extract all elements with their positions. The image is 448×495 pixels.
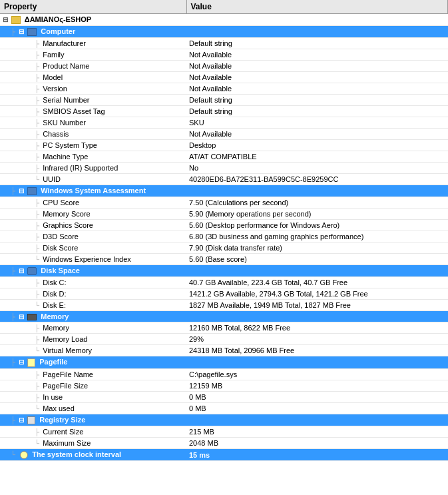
system-info-table: Property Value ⊟ ΔΑΜΙΑΝΟς-ESHOP ├ ⊟ Comp… [0, 0, 448, 461]
section-value-windows-assessment [186, 185, 448, 197]
table-row[interactable]: └ UUID 40280ED6-BA72E311-BA599C5C-8E9259… [0, 174, 448, 185]
table-row[interactable]: ├ Machine Type AT/AT COMPATIBLE [0, 151, 448, 163]
table-row[interactable]: ├ PC System Type Desktop [0, 140, 448, 151]
section-header-registry-size[interactable]: ├ ⊟ Registry Size [0, 414, 448, 426]
value-cell: 1827 MB Available, 1949 MB Total, 1827 M… [186, 300, 448, 311]
table-row[interactable]: ├ PageFile Size 12159 MB [0, 380, 448, 392]
table-row[interactable]: ├ Infrared (IR) Supported No [0, 163, 448, 174]
table-row[interactable]: ├ PageFile Name C:\pagefile.sys [0, 369, 448, 380]
table-row[interactable]: ├ Manufacturer Default string [0, 38, 448, 49]
section-connector: ├ [11, 28, 15, 35]
property-label: D3D Score [43, 233, 79, 241]
row-connector: └ [35, 405, 39, 412]
property-label: PageFile Name [43, 370, 93, 378]
value-cell: 5.90 (Memory operations per second) [186, 209, 448, 220]
table-row[interactable]: ├ Version Not Available [0, 83, 448, 95]
table-row[interactable]: ├ SMBIOS Asset Tag Default string [0, 106, 448, 117]
property-label: Product Name [43, 62, 89, 70]
section-connector: └ [11, 451, 15, 458]
row-connector: ├ [35, 233, 39, 241]
table-row[interactable]: └ Windows Experience Index 5.60 (Base sc… [0, 254, 448, 265]
memory-icon [27, 314, 37, 320]
property-label: Memory [43, 324, 69, 332]
row-connector: ├ [35, 97, 39, 104]
table-row[interactable]: ├ Disk D: 1421.2 GB Available, 2794.3 GB… [0, 288, 448, 300]
row-connector: └ [35, 176, 39, 183]
row-connector: ├ [35, 131, 39, 138]
property-label: Memory Score [43, 210, 91, 218]
section-header-windows-assessment[interactable]: ├ ⊟ Windows System Assessment [0, 185, 448, 197]
table-row[interactable]: ├ SKU Number SKU [0, 117, 448, 129]
value-cell: 40.7 GB Available, 223.4 GB Total, 40.7 … [186, 277, 448, 288]
table-row[interactable]: ├ Memory Load 29% [0, 334, 448, 345]
row-connector: ├ [35, 245, 39, 252]
property-label: Maximum Size [43, 439, 91, 447]
section-header-computer[interactable]: ├ ⊟ Computer [0, 26, 448, 38]
property-label: CPU Score [43, 199, 79, 207]
row-connector: ├ [35, 211, 39, 218]
section-connector: ├ [11, 267, 15, 274]
property-label: Current Size [43, 428, 83, 436]
value-cell: 1421.2 GB Available, 2794.3 GB Total, 14… [186, 288, 448, 300]
value-cell: Default string [186, 95, 448, 106]
table-row[interactable]: ├ In use 0 MB [0, 392, 448, 403]
value-cell: Default string [186, 106, 448, 117]
section-header-system-clock[interactable]: └ The system clock interval 15 ms [0, 449, 448, 461]
clock-icon [20, 451, 28, 459]
table-row[interactable]: └ Virtual Memory 24318 MB Total, 20966 M… [0, 345, 448, 356]
table-row[interactable]: ├ CPU Score 7.50 (Calculations per secon… [0, 197, 448, 209]
table-row[interactable]: ├ Product Name Not Available [0, 61, 448, 72]
value-cell: 12160 MB Total, 8622 MB Free [186, 322, 448, 334]
value-cell: 7.90 (Disk data transfer rate) [186, 243, 448, 254]
row-connector: ├ [35, 382, 39, 390]
root-node[interactable]: ⊟ ΔΑΜΙΑΝΟς-ESHOP [0, 14, 448, 26]
table-row[interactable]: ├ D3D Score 6.80 (3D business and gaming… [0, 231, 448, 243]
property-header: Property [0, 0, 186, 14]
value-cell: 215 MB [186, 426, 448, 438]
section-value-computer [186, 26, 448, 38]
value-cell: Default string [186, 38, 448, 49]
value-cell: Not Available [186, 83, 448, 95]
value-cell: Not Available [186, 72, 448, 83]
value-cell: 2048 MB [186, 438, 448, 449]
value-cell: 5.60 (Base score) [186, 254, 448, 265]
value-cell: 0 MB [186, 403, 448, 414]
section-connector: ├ [11, 416, 15, 424]
property-label: Disk Score [43, 244, 78, 252]
value-cell: 12159 MB [186, 380, 448, 392]
section-expand-icon: ⊟ [19, 358, 24, 366]
table-row[interactable]: ├ Chassis Not Available [0, 129, 448, 140]
table-row[interactable]: └ Maximum Size 2048 MB [0, 438, 448, 449]
property-label: PC System Type [43, 141, 97, 149]
root-folder-icon [11, 16, 21, 24]
property-label: UUID [43, 175, 61, 183]
value-cell: 6.80 (3D business and gaming graphics pe… [186, 231, 448, 243]
row-connector: ├ [35, 142, 39, 149]
table-row[interactable]: ├ Serial Number Default string [0, 95, 448, 106]
monitor-icon [27, 187, 37, 195]
section-expand-icon: ⊟ [19, 416, 24, 424]
table-row[interactable]: ├ Memory 12160 MB Total, 8622 MB Free [0, 322, 448, 334]
table-row[interactable]: └ Max used 0 MB [0, 403, 448, 414]
table-row[interactable]: ├ Current Size 215 MB [0, 426, 448, 438]
table-row[interactable]: └ Disk E: 1827 MB Available, 1949 MB Tot… [0, 300, 448, 311]
table-row[interactable]: ├ Disk Score 7.90 (Disk data transfer ra… [0, 243, 448, 254]
property-label: Version [43, 85, 67, 93]
property-label: SMBIOS Asset Tag [43, 107, 105, 115]
property-label: Manufacturer [43, 39, 86, 47]
table-row[interactable]: ├ Memory Score 5.90 (Memory operations p… [0, 209, 448, 220]
table-row[interactable]: ├ Disk C: 40.7 GB Available, 223.4 GB To… [0, 277, 448, 288]
registry-icon [27, 416, 35, 424]
property-label: Model [43, 73, 63, 81]
row-connector: ├ [35, 63, 39, 70]
section-header-disk-space[interactable]: ├ ⊟ Disk Space [0, 265, 448, 277]
value-cell: SKU [186, 117, 448, 129]
table-row[interactable]: ├ Family Not Available [0, 49, 448, 61]
file-icon [27, 358, 35, 367]
section-label-registry-size: Registry Size [39, 416, 85, 424]
section-header-memory[interactable]: ├ ⊟ Memory [0, 311, 448, 322]
section-header-pagefile[interactable]: ├ ⊟ Pagefile [0, 356, 448, 369]
table-row[interactable]: ├ Model Not Available [0, 72, 448, 83]
table-row[interactable]: ├ Graphics Score 5.60 (Desktop performan… [0, 220, 448, 231]
row-connector: ├ [35, 108, 39, 115]
